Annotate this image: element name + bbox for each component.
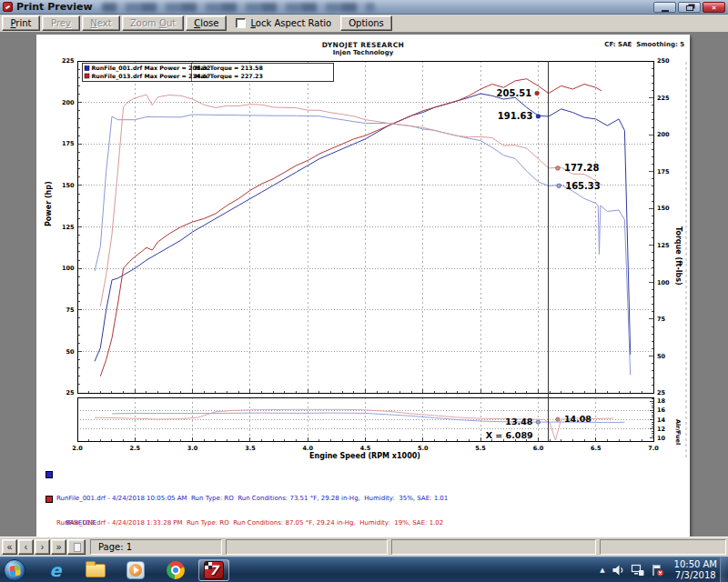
system-tray: ▲ 10:50 AM 7/3/2018: [600, 557, 717, 582]
redacted-filename: [102, 3, 375, 12]
title-bar: Print Preview ×: [0, 0, 728, 15]
last-page-button[interactable]: »: [51, 539, 66, 555]
start-button[interactable]: [4, 559, 25, 581]
status-bar: « ‹ › » Page: 1: [0, 537, 728, 557]
minimize-icon: [662, 10, 669, 12]
windows-flag-icon: [9, 565, 20, 576]
svg-text:175: 175: [657, 168, 670, 176]
next-button[interactable]: Next: [82, 15, 120, 31]
action-center-flag-icon[interactable]: [651, 564, 664, 577]
svg-text:100: 100: [657, 279, 670, 286]
svg-text:225: 225: [657, 95, 670, 102]
svg-text:150: 150: [62, 182, 75, 189]
show-hidden-icons-chevron[interactable]: ▲: [600, 567, 604, 574]
svg-text:5.5: 5.5: [475, 445, 486, 452]
svg-text:Air/Fuel: Air/Fuel: [674, 419, 682, 445]
svg-text:205.51: 205.51: [497, 88, 532, 98]
svg-text:6.5: 6.5: [591, 445, 602, 452]
close-preview-button[interactable]: Close: [186, 15, 227, 31]
baseline-torque-line: [95, 115, 631, 375]
window-title: Print Preview: [16, 1, 93, 13]
svg-text:7.0: 7.0: [648, 445, 659, 452]
svg-text:50: 50: [66, 348, 75, 356]
speaker-icon[interactable]: [612, 564, 624, 577]
restore-icon: [686, 5, 693, 11]
chrome-icon[interactable]: [160, 559, 191, 581]
print-button[interactable]: Print: [2, 15, 40, 31]
svg-text:4.0: 4.0: [302, 445, 313, 452]
marker-13.48: [536, 420, 540, 424]
preview-background: DYNOJET RESEARCH Injen Technology CF: SA…: [0, 33, 728, 537]
svg-text:16: 16: [657, 406, 666, 414]
minimize-button[interactable]: [653, 2, 676, 13]
svg-text:100: 100: [62, 265, 75, 272]
lock-aspect-label: Lock Aspect Ratio: [250, 18, 331, 28]
baseline-power-line: [95, 94, 631, 361]
svg-text:RunFile_001.drf Max Power = 20: RunFile_001.drf Max Power = 205.32: [92, 65, 211, 72]
svg-text:125: 125: [657, 242, 670, 249]
zoom-out-button[interactable]: Zoom Out: [122, 15, 184, 31]
svg-text:Max Torque = 213.58: Max Torque = 213.58: [195, 65, 263, 72]
svg-text:177.28: 177.28: [564, 163, 600, 173]
marker-205.51: [535, 91, 540, 95]
folder-icon: [86, 564, 106, 577]
svg-text:3.5: 3.5: [245, 445, 256, 452]
status-panel: [226, 539, 388, 555]
dynojet-app-taskbar-button[interactable]: 7: [198, 559, 229, 581]
svg-text:18: 18: [657, 397, 666, 405]
sp1123-airfuel-line: [95, 409, 613, 440]
svg-text:10: 10: [657, 435, 666, 442]
show-desktop-button[interactable]: [720, 557, 728, 582]
close-window-button[interactable]: ×: [703, 2, 725, 13]
print-preview-window: Print Preview × Print Prev Next Zoom Out…: [0, 0, 728, 582]
svg-text:14: 14: [657, 416, 666, 424]
run-color-swatch: [46, 471, 53, 478]
run-color-swatch: [46, 496, 53, 503]
marker-165.33: [557, 184, 561, 188]
page-icon: [74, 543, 81, 552]
svg-text:200: 200: [657, 131, 670, 138]
prev-page-button[interactable]: ‹: [18, 539, 34, 555]
page-number-panel: Page: 1: [90, 539, 222, 555]
print-page: DYNOJET RESEARCH Injen Technology CF: SA…: [36, 35, 690, 537]
prev-button[interactable]: Prev: [42, 15, 80, 31]
svg-text:175: 175: [62, 140, 75, 147]
marker-177.28: [556, 166, 561, 171]
svg-text:25: 25: [66, 389, 75, 396]
sp1123-torque-line: [100, 95, 602, 306]
run-conditions: RunFile_013.drf - 4/24/2018 1:33:28 PM R…: [56, 519, 443, 527]
svg-text:191.63: 191.63: [498, 111, 533, 121]
lock-aspect-checkbox[interactable]: [236, 18, 246, 28]
network-icon[interactable]: [631, 564, 644, 577]
svg-text:Torque (ft-lbs): Torque (ft-lbs): [674, 226, 682, 286]
svg-text:3.0: 3.0: [187, 445, 198, 452]
svg-text:14.08: 14.08: [564, 414, 592, 424]
taskbar: e 7 ▲ 1: [0, 557, 728, 582]
taskbar-clock[interactable]: 10:50 AM 7/3/2018: [674, 559, 717, 581]
svg-text:250: 250: [657, 57, 670, 65]
svg-text:225: 225: [62, 57, 75, 65]
maximize-button[interactable]: [678, 2, 701, 13]
marker-191.63: [536, 115, 541, 119]
svg-text:125: 125: [62, 224, 75, 231]
svg-text:5.0: 5.0: [418, 445, 429, 452]
windows-explorer-icon[interactable]: [80, 559, 111, 581]
page-select-button[interactable]: [67, 539, 86, 555]
first-page-button[interactable]: «: [2, 539, 17, 555]
svg-text:2.0: 2.0: [72, 445, 83, 452]
svg-text:Max Torque = 227.23: Max Torque = 227.23: [195, 73, 263, 80]
svg-text:75: 75: [66, 306, 75, 314]
media-player-icon[interactable]: [120, 559, 151, 581]
status-panel: [600, 539, 726, 555]
dyno-chart-canvas: RunFile_001.drf Max Power = 205.32Max To…: [36, 35, 690, 537]
svg-text:165.33: 165.33: [565, 181, 601, 191]
marker-14.08: [556, 417, 560, 421]
options-button[interactable]: Options: [340, 15, 392, 31]
clock-time: 10:50 AM: [674, 559, 717, 570]
internet-explorer-icon[interactable]: e: [40, 559, 71, 581]
toolbar: Print Prev Next Zoom Out Close Lock Aspe…: [0, 15, 728, 33]
clock-date: 7/3/2018: [674, 570, 717, 581]
next-page-button[interactable]: ›: [35, 539, 50, 555]
svg-text:200: 200: [62, 99, 75, 106]
svg-text:X = 6.089: X = 6.089: [486, 430, 533, 440]
